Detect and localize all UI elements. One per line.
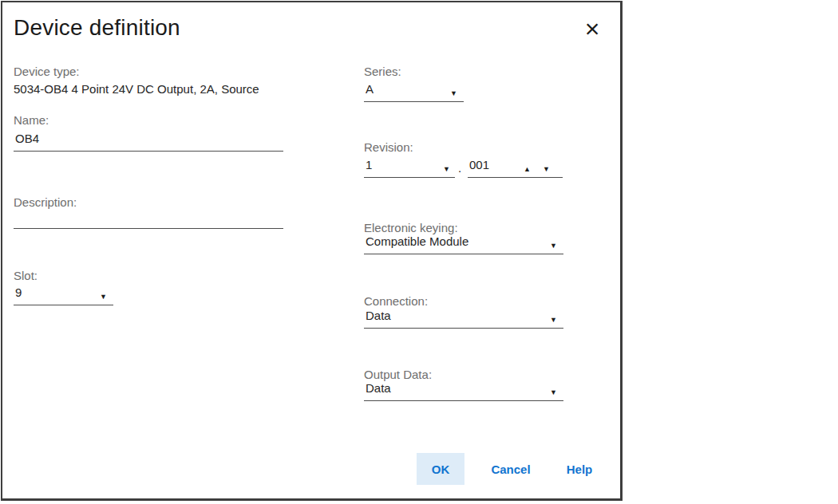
revision-minor-spinner[interactable]: 001 ▲ ▼ [468,157,563,178]
connection-dropdown[interactable]: Data ▼ [364,308,563,329]
device-type-value: 5034-OB4 4 Point 24V DC Output, 2A, Sour… [14,82,259,96]
help-button[interactable]: Help [557,453,602,485]
slot-dropdown[interactable]: 9 ▼ [14,285,113,305]
electronic-keying-label: Electronic keying: [364,221,458,234]
chevron-down-icon: ▼ [100,293,107,301]
slot-label: Slot: [14,269,38,282]
dialog-title: Device definition [14,15,180,41]
caret-up-icon: ▲ [524,165,531,173]
series-dropdown[interactable]: A ▼ [364,81,464,102]
electronic-keying-dropdown[interactable]: Compatible Module ▼ [364,234,563,254]
name-input[interactable] [14,128,283,152]
name-label: Name: [14,113,49,127]
series-value: A [366,82,374,96]
cancel-button[interactable]: Cancel [480,453,541,485]
revision-major-dropdown[interactable]: 1 ▼ [364,157,455,178]
ok-button[interactable]: OK [417,453,464,485]
revision-minor-value: 001 [469,158,489,171]
connection-value: Data [366,309,391,322]
revision-major-value: 1 [366,158,372,171]
spin-up-button[interactable]: ▲ [524,166,531,173]
revision-label: Revision: [364,140,413,154]
output-data-label: Output Data: [364,368,432,381]
chevron-down-icon: ▼ [550,242,557,250]
chevron-down-icon: ▼ [550,317,557,324]
dialog-button-row: OK Cancel Help [417,453,602,485]
device-type-label: Device type: [14,65,80,78]
device-definition-dialog: Device definition × Device type: 5034-OB… [1,1,623,501]
caret-down-icon: ▼ [543,165,550,173]
output-data-dropdown[interactable]: Data ▼ [364,380,563,401]
slot-value: 9 [15,285,22,299]
chevron-down-icon: ▼ [550,389,557,396]
spin-down-button[interactable]: ▼ [543,166,550,173]
chevron-down-icon: ▼ [443,166,450,173]
description-input[interactable] [14,206,283,229]
close-button[interactable]: × [575,12,609,45]
revision-separator: . [458,161,461,175]
close-icon: × [585,16,600,41]
output-data-value: Data [366,381,391,395]
connection-label: Connection: [364,294,428,308]
series-label: Series: [364,65,401,78]
electronic-keying-value: Compatible Module [366,234,468,248]
chevron-down-icon: ▼ [450,90,457,97]
